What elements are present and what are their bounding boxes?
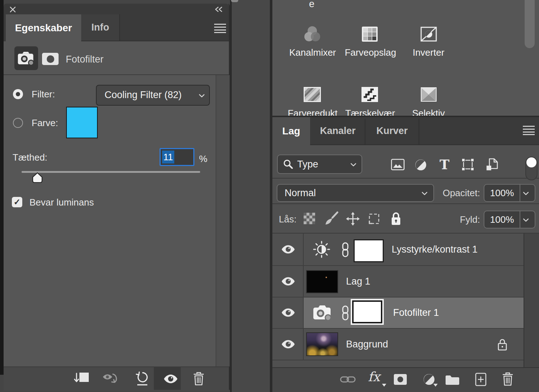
- tab-info[interactable]: Info: [81, 14, 120, 41]
- lock-transparency-icon[interactable]: [304, 213, 315, 224]
- add-mask-icon[interactable]: [394, 374, 407, 385]
- mask-chip[interactable]: [42, 53, 59, 65]
- background-lock-icon[interactable]: [497, 338, 507, 351]
- kanalmixer-label[interactable]: Kanalmixer: [287, 47, 338, 58]
- density-slider-track[interactable]: [22, 171, 200, 173]
- color-swatch[interactable]: [66, 107, 98, 138]
- link-layers-icon[interactable]: [340, 375, 356, 384]
- adjustments-partial-label: e: [309, 0, 314, 10]
- visibility-eye-icon[interactable]: [163, 374, 178, 384]
- combo-divider: [520, 185, 520, 201]
- filter-pixel-layers-icon[interactable]: [391, 159, 405, 170]
- properties-titlebar: [4, 4, 229, 14]
- filter-smart-objects-icon[interactable]: [485, 158, 498, 171]
- farveredukt-icon[interactable]: [304, 87, 321, 102]
- collapse-panel-icon[interactable]: [214, 6, 223, 13]
- layer-thumbnail[interactable]: [306, 270, 338, 293]
- dock-gap-border-right: [270, 0, 272, 392]
- lock-artboard-icon[interactable]: [367, 212, 381, 226]
- tab-kurver[interactable]: Kurver: [365, 117, 419, 144]
- density-input[interactable]: 11: [160, 148, 194, 166]
- filter-label: Filter:: [32, 89, 55, 99]
- row-divider: [272, 265, 524, 266]
- farveopslag-label[interactable]: Farveopslag: [343, 47, 398, 58]
- properties-menu-icon[interactable]: [214, 24, 226, 33]
- properties-scroll-track[interactable]: [216, 75, 230, 366]
- opacity-combo[interactable]: 100%: [484, 184, 535, 202]
- row-divider: [272, 360, 524, 360]
- layers-tabbar-divider: [310, 144, 539, 145]
- layer-effects-icon[interactable]: fx: [368, 369, 380, 384]
- mask-link-icon[interactable]: [341, 242, 350, 257]
- density-slider-thumb[interactable]: [32, 172, 43, 184]
- taerskelvaer-icon[interactable]: [361, 87, 378, 102]
- selektiv-icon[interactable]: [420, 87, 437, 102]
- filter-radio[interactable]: [13, 89, 23, 99]
- farve-radio[interactable]: [13, 118, 23, 128]
- filter-adjustment-layers-icon[interactable]: [414, 158, 427, 171]
- layer-mask-thumbnail-selected[interactable]: [351, 299, 384, 325]
- layer-name[interactable]: Fotofilter 1: [393, 308, 439, 318]
- layer-name[interactable]: Lysstyrke/kontrast 1: [392, 244, 478, 254]
- farveopslag-icon[interactable]: [361, 26, 378, 42]
- layers-menu-icon[interactable]: [523, 126, 535, 135]
- filter-dropdown[interactable]: Cooling Filter (82): [96, 85, 210, 106]
- chevron-down-icon: [350, 162, 356, 167]
- background-thumbnail[interactable]: [306, 332, 338, 356]
- lock-position-icon[interactable]: [346, 212, 360, 226]
- adjustment-caret: [433, 384, 438, 387]
- fx-caret: [382, 384, 386, 387]
- photofilter-button[interactable]: [14, 46, 38, 70]
- layer-name[interactable]: Lag 1: [346, 276, 370, 286]
- tab-lag[interactable]: Lag: [272, 117, 310, 145]
- density-label: Tæthed:: [13, 152, 47, 162]
- tab-egenskaber[interactable]: Egenskaber: [6, 14, 81, 41]
- layer-filter-value: Type: [297, 159, 318, 169]
- delete-layer-icon[interactable]: [501, 372, 514, 387]
- opacity-value: 100%: [484, 185, 520, 201]
- photofilter-layer-icon[interactable]: [313, 304, 333, 321]
- brightness-contrast-icon[interactable]: [313, 241, 330, 258]
- new-layer-icon[interactable]: [475, 372, 487, 387]
- close-icon[interactable]: [9, 5, 17, 13]
- layer-visibility-eye[interactable]: [281, 308, 295, 317]
- tab-kanaler[interactable]: Kanaler: [311, 117, 365, 144]
- delete-adjustment-icon[interactable]: [192, 371, 205, 386]
- kanalmixer-icon[interactable]: [303, 26, 322, 43]
- adjustments-scrollbar[interactable]: [525, 0, 535, 48]
- clip-to-layer-icon[interactable]: [73, 372, 90, 386]
- row-divider: [272, 297, 524, 298]
- layer-mask-thumbnail[interactable]: [354, 239, 384, 262]
- filter-toggle[interactable]: [525, 157, 538, 180]
- search-icon: [283, 159, 294, 170]
- blend-mode-dropdown[interactable]: Normal: [277, 184, 434, 202]
- preserve-luminosity-checkbox[interactable]: ✓: [12, 197, 22, 207]
- header-divider: [4, 74, 229, 75]
- lock-all-icon[interactable]: [390, 211, 402, 226]
- lock-divider: [272, 233, 539, 234]
- fill-combo[interactable]: 100%: [484, 211, 535, 229]
- layer-filter-dropdown[interactable]: Type: [277, 155, 362, 174]
- lock-pixels-icon[interactable]: [324, 211, 339, 226]
- layers-filter-divider: [272, 178, 539, 179]
- inverter-icon[interactable]: [420, 26, 437, 42]
- preserve-luminosity-label: Bevar luminans: [29, 197, 94, 207]
- view-previous-state-icon[interactable]: [102, 373, 119, 385]
- layers-scroll-track[interactable]: [524, 234, 539, 367]
- layer-name[interactable]: Baggrund: [346, 339, 388, 349]
- filter-shape-layers-icon[interactable]: [461, 158, 474, 171]
- layer-visibility-eye[interactable]: [281, 277, 295, 286]
- layer-visibility-eye[interactable]: [281, 340, 295, 349]
- mask-link-icon[interactable]: [341, 305, 350, 320]
- inverter-label[interactable]: Inverter: [402, 47, 455, 58]
- blend-divider: [272, 203, 539, 204]
- dock-gap: [232, 0, 270, 392]
- photoshop-workspace: Egenskaber Info Fotofilter Filter:: [0, 0, 539, 392]
- filter-type-layers-icon[interactable]: T: [438, 157, 451, 172]
- farve-label: Farve:: [32, 118, 58, 128]
- fill-value: 100%: [484, 211, 520, 228]
- reset-icon[interactable]: [135, 371, 149, 386]
- opacity-label: Opacitet:: [437, 188, 480, 199]
- new-group-icon[interactable]: [445, 374, 460, 386]
- layer-visibility-eye[interactable]: [281, 245, 295, 254]
